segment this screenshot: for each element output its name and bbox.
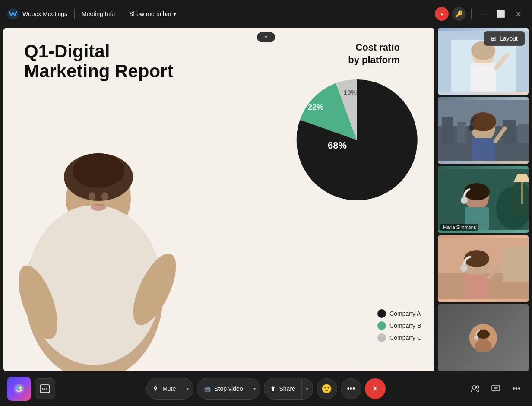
more-options-button[interactable]: ••• (341, 378, 361, 399)
chat-icon (491, 384, 500, 393)
participant-video-4[interactable] (438, 235, 529, 302)
video-feed-3: Maria Simmons (438, 166, 529, 233)
video-dropdown-button[interactable]: ▾ (249, 378, 260, 399)
legend-item-a: Company A (377, 309, 421, 318)
presentation-area: Q1-Digital Marketing Report Cost ratio b… (3, 28, 434, 371)
svg-rect-29 (518, 124, 529, 143)
svg-text:22%: 22% (308, 103, 323, 111)
svg-point-41 (461, 197, 468, 204)
presenter-image (12, 121, 176, 371)
share-icon: ⬆ (270, 385, 276, 392)
bottom-bar-left: CC (7, 377, 55, 401)
share-dropdown-button[interactable]: ▾ (302, 378, 313, 399)
participant-video-3[interactable]: Maria Simmons (438, 166, 529, 233)
legend-dot-c (377, 333, 386, 342)
meeting-info-button[interactable]: Meeting Info (82, 10, 115, 17)
webex-logo-icon (7, 8, 19, 20)
bottom-bar: CC 🎙 Mute ▾ 📹 Stop video ▾ ⬆ Share (0, 371, 532, 406)
chevron-down-icon: ▾ (173, 10, 176, 17)
video-icon: 📹 (203, 385, 211, 392)
main-content: Q1-Digital Marketing Report Cost ratio b… (0, 28, 532, 371)
participants-panel-button[interactable] (466, 380, 484, 397)
participant-video-5[interactable] (438, 304, 529, 371)
emoji-icon: 🙂 (321, 384, 332, 394)
top-bar: Webex Meetings Meeting Info Show menu ba… (0, 0, 532, 28)
logo-area: Webex Meetings (7, 8, 67, 20)
svg-rect-46 (503, 247, 529, 282)
layout-button[interactable]: ⊞ Layout (484, 31, 525, 46)
pie-legend: Company A Company B Company C (377, 309, 421, 346)
svg-rect-27 (457, 122, 466, 143)
video-feed-2 (438, 97, 529, 164)
video-feed-5 (438, 304, 529, 371)
end-call-button[interactable]: ✕ (365, 378, 386, 399)
cost-ratio-label: Cost ratio by platform (348, 41, 400, 66)
legend-item-c: Company C (377, 333, 421, 342)
maximize-button[interactable]: ⬜ (494, 7, 508, 21)
record-indicator: ● (435, 7, 449, 21)
ai-assistant-button[interactable] (7, 377, 31, 401)
divider-1 (74, 9, 75, 19)
mic-icon: 🎙 (153, 385, 159, 392)
svg-rect-64 (492, 385, 500, 391)
legend-dot-a (377, 309, 386, 318)
participants-icon (470, 384, 480, 393)
mute-button[interactable]: 🎙 Mute (147, 378, 182, 399)
svg-point-14 (66, 203, 69, 207)
svg-point-1 (9, 11, 10, 13)
share-button[interactable]: ⬆ Share (264, 378, 301, 399)
layout-icon: ⊞ (491, 35, 496, 42)
participant-3-image (438, 166, 529, 233)
svg-point-2 (16, 11, 17, 13)
key-icon: 🔑 (456, 10, 463, 17)
svg-point-58 (16, 386, 19, 390)
minimize-button[interactable]: — (477, 7, 491, 21)
svg-rect-49 (465, 274, 489, 299)
collapse-handle[interactable]: ▾ (257, 32, 275, 42)
svg-point-56 (474, 336, 478, 340)
share-control: ⬆ Share ▾ (264, 378, 313, 400)
video-control: 📹 Stop video ▾ (197, 378, 260, 400)
svg-point-50 (460, 265, 467, 272)
chat-panel-button[interactable] (487, 380, 504, 397)
svg-point-13 (91, 204, 106, 211)
stop-video-button[interactable]: 📹 Stop video (197, 378, 249, 399)
end-call-icon: ✕ (372, 384, 378, 393)
svg-rect-32 (472, 138, 495, 161)
svg-point-62 (472, 386, 476, 389)
participant-video-2[interactable] (438, 97, 529, 164)
mute-control: 🎙 Mute ▾ (146, 378, 193, 400)
svg-rect-22 (470, 63, 496, 92)
slide-content: Q1-Digital Marketing Report Cost ratio b… (3, 28, 434, 371)
participant-panel: Maria Simmons (438, 28, 529, 371)
svg-point-33 (469, 125, 475, 131)
participant-name-badge-3: Maria Simmons (440, 224, 478, 231)
show-menu-bar-button[interactable]: Show menu bar ▾ (129, 10, 176, 17)
closed-captions-button[interactable]: CC (35, 378, 55, 399)
mute-dropdown-button[interactable]: ▾ (182, 378, 193, 399)
reactions-button[interactable]: 🙂 (317, 378, 337, 399)
svg-point-12 (101, 192, 108, 201)
svg-text:10%: 10% (344, 89, 357, 96)
video-feed-4 (438, 235, 529, 302)
svg-point-11 (89, 192, 95, 201)
participant-4-image (438, 235, 529, 302)
svg-point-59 (19, 386, 22, 390)
chevron-down-icon: ▾ (265, 34, 267, 40)
svg-point-6 (73, 153, 124, 188)
close-button[interactable]: ✕ (511, 7, 525, 21)
top-bar-right: ● 🔑 — ⬜ ✕ (435, 7, 525, 21)
svg-rect-26 (442, 117, 453, 143)
participant-5-avatar (469, 324, 497, 352)
slide-title: Q1-Digital Marketing Report (24, 41, 173, 81)
svg-point-0 (7, 8, 19, 19)
key-icon-button[interactable]: 🔑 (452, 7, 466, 21)
divider-2 (122, 9, 122, 19)
more-panel-button[interactable]: ••• (508, 380, 525, 397)
svg-point-39 (464, 183, 490, 200)
svg-point-63 (476, 386, 479, 388)
divider-3 (471, 9, 472, 19)
legend-item-b: Company B (377, 321, 421, 330)
app-name: Webex Meetings (22, 10, 67, 17)
more-icon: ••• (347, 384, 355, 393)
